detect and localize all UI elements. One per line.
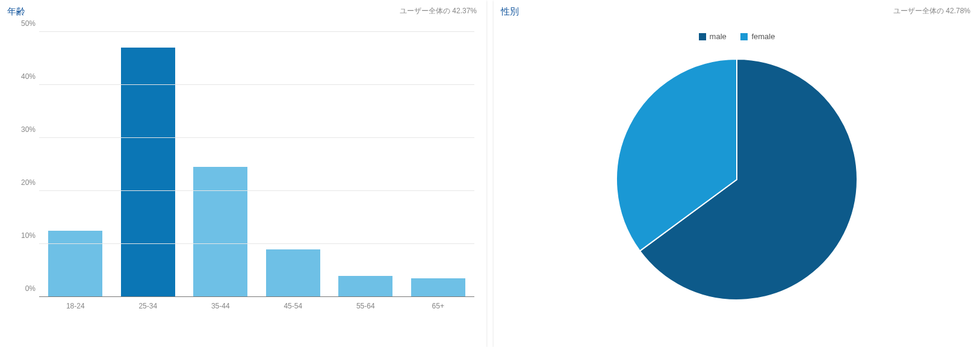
bar[interactable] bbox=[48, 231, 102, 297]
legend-label-female: female bbox=[751, 32, 775, 41]
ytick-label: 10% bbox=[9, 231, 36, 240]
gridline bbox=[39, 84, 474, 85]
bar[interactable] bbox=[266, 249, 320, 297]
bar[interactable] bbox=[193, 167, 247, 297]
legend-label-male: male bbox=[710, 32, 727, 41]
gridline bbox=[39, 137, 474, 138]
bar-slot bbox=[402, 32, 475, 297]
bar-series bbox=[39, 32, 474, 297]
pie-svg: 64.9%35.1% bbox=[616, 59, 857, 300]
xtick-label: 45-54 bbox=[257, 302, 330, 310]
ytick-label: 0% bbox=[9, 284, 36, 293]
age-card-title: 年齢 bbox=[7, 6, 25, 17]
xtick-label: 65+ bbox=[402, 302, 475, 310]
pie-legend: male female bbox=[494, 32, 980, 42]
age-card: 年齢 ユーザー全体の 42.37% 18-2425-3435-4445-5455… bbox=[0, 0, 486, 347]
bar-slot bbox=[184, 32, 257, 297]
age-card-subtitle: ユーザー全体の 42.37% bbox=[400, 6, 477, 16]
bar[interactable] bbox=[338, 276, 392, 297]
bar-slot bbox=[257, 32, 330, 297]
gender-card-subtitle: ユーザー全体の 42.78% bbox=[893, 6, 970, 16]
bar[interactable] bbox=[121, 48, 175, 297]
xtick-label: 35-44 bbox=[184, 302, 257, 310]
legend-item-female: female bbox=[740, 32, 775, 41]
swatch-female bbox=[740, 33, 748, 40]
xtick-label: 25-34 bbox=[112, 302, 185, 310]
ytick-label: 30% bbox=[9, 125, 36, 134]
age-card-header: 年齢 ユーザー全体の 42.37% bbox=[0, 0, 486, 20]
gridline bbox=[39, 243, 474, 244]
bar-slot bbox=[39, 32, 112, 297]
xtick-label: 18-24 bbox=[39, 302, 112, 310]
bar-slot bbox=[112, 32, 185, 297]
gender-card-header: 性別 ユーザー全体の 42.78% bbox=[494, 0, 980, 20]
pie-label-female: 35.1% bbox=[616, 59, 857, 300]
pie-wrap: 64.9%35.1% bbox=[616, 59, 857, 300]
gender-card-title: 性別 bbox=[501, 6, 519, 17]
bar-slot bbox=[329, 32, 402, 297]
gender-card: 性別 ユーザー全体の 42.78% male female 64.9%35.1% bbox=[494, 0, 980, 347]
ytick-label: 20% bbox=[9, 178, 36, 187]
xtick-label: 55-64 bbox=[329, 302, 402, 310]
ytick-label: 50% bbox=[9, 19, 36, 28]
swatch-male bbox=[699, 33, 706, 40]
bar[interactable] bbox=[411, 278, 465, 297]
legend-item-male: male bbox=[699, 32, 727, 41]
gridline bbox=[39, 190, 474, 191]
bar-xlabels: 18-2425-3435-4445-5455-6465+ bbox=[39, 297, 474, 310]
bar-plot-area: 18-2425-3435-4445-5455-6465+ 0%10%20%30%… bbox=[39, 32, 474, 297]
age-chart: 18-2425-3435-4445-5455-6465+ 0%10%20%30%… bbox=[0, 20, 486, 333]
gridline bbox=[39, 31, 474, 32]
ytick-label: 40% bbox=[9, 72, 36, 81]
gender-chart: male female 64.9%35.1% bbox=[494, 20, 980, 333]
dashboard: 年齢 ユーザー全体の 42.37% 18-2425-3435-4445-5455… bbox=[0, 0, 980, 347]
